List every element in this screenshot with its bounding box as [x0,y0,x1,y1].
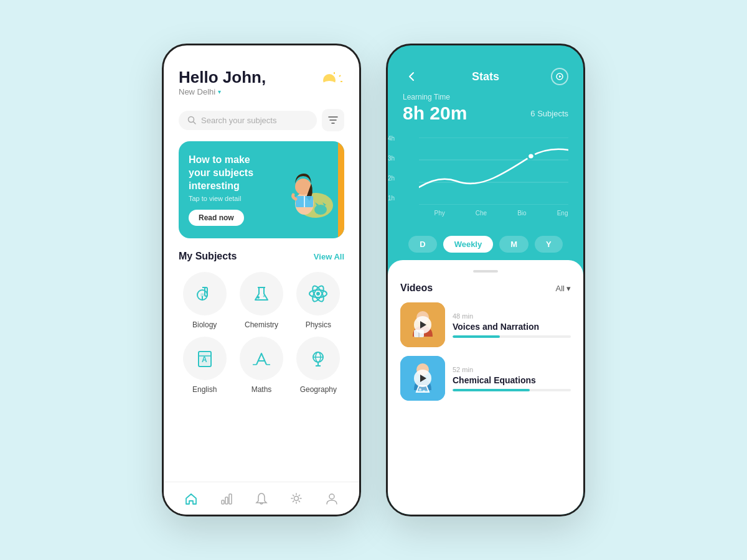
filter-icon [328,116,338,124]
nav-home[interactable] [182,490,200,507]
svg-point-47 [294,497,299,501]
video-1-name: Voices and Narration [453,322,571,332]
svg-marker-50 [559,75,561,78]
learning-time-label: Learning Time [403,93,568,101]
svg-point-64 [423,390,425,392]
left-phone: Hello John, New Delhi ▾ [162,44,361,516]
chevron-down-icon[interactable]: ▾ [218,88,221,95]
banner-title: How to make your subjects interesting [189,154,273,192]
video-2-progress-fill [453,389,530,391]
back-button[interactable] [403,68,420,85]
time-filter-row: D Weekly M Y [388,228,583,260]
nav-settings[interactable] [288,490,305,507]
video-2-name: Chemical Equations [453,375,571,385]
svg-text:A: A [202,355,207,364]
chart-x-eng: Eng [557,210,568,228]
svg-rect-44 [222,500,224,504]
filter-button[interactable] [322,109,344,131]
play-icon-1[interactable] [414,316,431,334]
svg-point-55 [528,153,535,159]
subject-maths-label: Maths [251,385,272,394]
video-1-duration: 48 min [453,312,571,320]
banner[interactable]: How to make your subjects interesting Ta… [179,141,344,238]
video-item-1[interactable]: 48 min Voices and Narration [400,302,571,347]
chart-grid-lines [419,138,568,205]
videos-filter-chevron: ▾ [566,284,571,293]
search-box[interactable]: Search your subjects [179,111,317,130]
view-all-button[interactable]: View All [314,252,344,261]
video-2-progress-bar [453,389,571,391]
video-thumb-voices [400,302,445,347]
subject-english-label: English [192,385,217,394]
videos-filter-label: All [556,284,565,293]
subject-english[interactable]: A English [179,337,230,394]
svg-point-27 [263,296,265,297]
nav-notifications[interactable] [253,490,270,507]
subject-maths[interactable]: Maths [235,337,287,394]
play-icon-2[interactable] [414,370,431,387]
chart-y-2h: 2h [388,175,395,182]
subjects-grid: Biology Chemistry [179,272,344,394]
video-1-progress-bar [453,335,571,338]
chart-area: 4h 3h 2h 1h Phy Che [388,129,583,228]
videos-filter-dropdown[interactable]: All ▾ [556,284,571,293]
subjects-title: My Subjects [179,251,237,262]
search-placeholder: Search your subjects [201,116,276,125]
play-button[interactable] [551,68,568,85]
banner-subtitle: Tap to view detail [189,195,273,202]
video-1-progress-fill [453,335,500,338]
chart-x-bio: Bio [517,210,526,228]
subject-biology-label: Biology [192,320,217,329]
svg-line-8 [194,122,196,124]
subjects-count: 6 Subjects [530,109,568,118]
svg-rect-46 [229,494,232,504]
filter-yearly[interactable]: Y [535,236,563,253]
svg-rect-45 [225,497,228,504]
videos-title: Videos [400,282,433,294]
greeting-text: Hello John, [179,68,266,87]
banner-accent-stripe [338,141,344,238]
filter-monthly[interactable]: M [499,236,529,253]
video-2-duration: 52 min [453,366,571,373]
videos-panel: Videos All ▾ [388,260,583,515]
filter-daily[interactable]: D [408,236,436,253]
svg-point-3 [329,84,342,93]
subject-physics-label: Physics [306,320,331,329]
nav-stats[interactable] [218,490,235,507]
svg-point-63 [419,388,421,391]
svg-point-13 [314,205,327,215]
chart-x-phy: Phy [435,210,445,228]
chart-y-3h: 3h [388,155,395,162]
filter-weekly[interactable]: Weekly [443,236,494,253]
stats-title: Stats [472,70,499,83]
chart-y-4h: 4h [388,135,395,142]
search-icon [187,116,196,124]
read-now-button[interactable]: Read now [189,210,244,226]
subject-chemistry-label: Chemistry [245,320,278,329]
video-item-2[interactable]: 52 min Chemical Equations [400,356,571,401]
subject-geography-label: Geography [300,385,337,394]
svg-point-26 [257,296,260,299]
subject-physics[interactable]: Physics [293,272,344,329]
chart-x-che: Che [476,210,487,228]
location-text: New Delhi [179,87,215,96]
bottom-nav [164,482,359,515]
svg-point-31 [316,292,320,296]
svg-line-5 [339,75,341,77]
nav-profile[interactable] [323,490,341,507]
learning-time-value: 8h 20m [403,103,467,124]
weather-icon [312,68,344,100]
chart-y-1h: 1h [388,195,395,202]
banner-illustration [278,159,334,221]
panel-handle [473,270,498,273]
subject-biology[interactable]: Biology [179,272,230,329]
subject-geography[interactable]: Geography [293,337,344,394]
video-thumb-chemistry [400,356,445,401]
subject-chemistry[interactable]: Chemistry [235,272,287,329]
svg-point-48 [329,494,334,499]
right-phone: Stats Learning Time 8h 20m 6 Subjects [386,44,585,516]
